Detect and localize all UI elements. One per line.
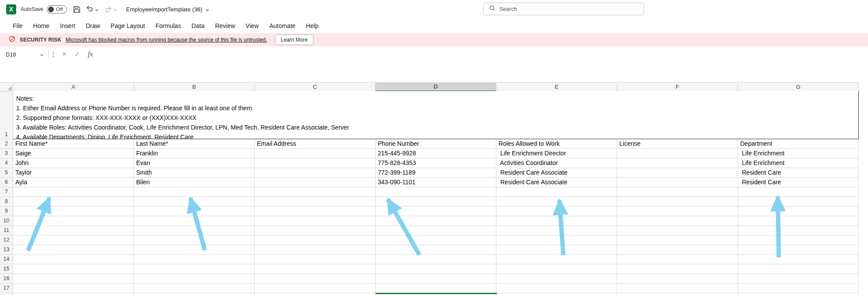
cell-B13[interactable] — [134, 245, 255, 255]
column-header-F[interactable]: F — [617, 83, 738, 91]
cell-B3[interactable]: Franklin — [134, 149, 255, 158]
select-all-corner[interactable] — [0, 83, 13, 91]
name-box[interactable]: D18 — [0, 51, 48, 58]
cell-G4[interactable]: Life Enrichment — [738, 158, 859, 168]
cell-F[interactable] — [617, 293, 738, 295]
row-header-10[interactable]: 10 — [0, 216, 13, 226]
cell-A2[interactable]: First Name* — [13, 139, 134, 149]
cell-E11[interactable] — [496, 226, 617, 235]
row-header-7[interactable]: 7 — [0, 187, 13, 197]
cell-C10[interactable] — [255, 216, 376, 226]
cell-C3[interactable] — [255, 149, 376, 158]
row-header-partial[interactable] — [0, 293, 13, 295]
cell-D17[interactable] — [376, 284, 496, 293]
cell-C16[interactable] — [255, 274, 376, 284]
cell-G11[interactable] — [738, 226, 859, 235]
cell-G6[interactable]: Resident Care — [738, 178, 859, 187]
cell-C2[interactable]: Email Address — [255, 139, 376, 149]
cell-F8[interactable] — [617, 197, 738, 207]
column-header-G[interactable]: G — [738, 83, 859, 91]
autosave-toggle[interactable]: Off — [47, 5, 67, 14]
menu-tab-file[interactable]: File — [7, 18, 28, 33]
cell-E5[interactable]: Resident Care Associate — [496, 168, 617, 178]
cell-E6[interactable]: Resident Care Associate — [496, 178, 617, 187]
cell-B[interactable] — [134, 293, 255, 295]
cell-E2[interactable]: Roles Allowed to Work — [496, 139, 617, 149]
cell-B15[interactable] — [134, 264, 255, 274]
cell-E17[interactable] — [496, 284, 617, 293]
row-header-8[interactable]: 8 — [0, 197, 13, 207]
cell-B2[interactable]: Last Name* — [134, 139, 255, 149]
row-header-12[interactable]: 12 — [0, 235, 13, 245]
cell-A14[interactable] — [13, 255, 134, 264]
cell-D2[interactable]: Phone Number — [376, 139, 496, 149]
cell-B8[interactable] — [134, 197, 255, 207]
cell-D16[interactable] — [376, 274, 496, 284]
cell-B16[interactable] — [134, 274, 255, 284]
cell-E4[interactable]: Activities Coordinator — [496, 158, 617, 168]
cell-G15[interactable] — [738, 264, 859, 274]
cell-B5[interactable]: Smith — [134, 168, 255, 178]
undo-button[interactable] — [86, 5, 99, 14]
row-header-6[interactable]: 6 — [0, 178, 13, 187]
cell-A1[interactable]: Notes:1. Either Email Address or Phone N… — [13, 91, 859, 139]
cell-E10[interactable] — [496, 216, 617, 226]
cell-G10[interactable] — [738, 216, 859, 226]
row-header-3[interactable]: 3 — [0, 149, 13, 158]
cell-D14[interactable] — [376, 255, 496, 264]
cell-A7[interactable] — [13, 187, 134, 197]
learn-more-button[interactable]: Learn More — [275, 35, 313, 45]
cell-C15[interactable] — [255, 264, 376, 274]
cell-A11[interactable] — [13, 226, 134, 235]
row-header-2[interactable]: 2 — [0, 139, 13, 149]
row-header-14[interactable]: 14 — [0, 255, 13, 264]
cell-F14[interactable] — [617, 255, 738, 264]
cell-G[interactable] — [738, 293, 859, 295]
cell-G12[interactable] — [738, 235, 859, 245]
row-header-1[interactable]: 1 — [0, 91, 13, 139]
cell-F2[interactable]: License — [617, 139, 738, 149]
menu-tab-data[interactable]: Data — [186, 18, 210, 33]
cell-C13[interactable] — [255, 245, 376, 255]
cell-B4[interactable]: Evan — [134, 158, 255, 168]
document-title[interactable]: EmployeeImportTemplate (36) — [126, 6, 209, 13]
formula-bar-handle-icon[interactable] — [53, 51, 54, 58]
search-box[interactable] — [483, 3, 644, 15]
cell-B17[interactable] — [134, 284, 255, 293]
cell-G17[interactable] — [738, 284, 859, 293]
cell-C14[interactable] — [255, 255, 376, 264]
cell-G5[interactable]: Resident Care — [738, 168, 859, 178]
cell-D6[interactable]: 343-090-1101 — [376, 178, 496, 187]
cell-A6[interactable]: Ayla — [13, 178, 134, 187]
cell-G7[interactable] — [738, 187, 859, 197]
cell-C6[interactable] — [255, 178, 376, 187]
row-header-11[interactable]: 11 — [0, 226, 13, 235]
row-header-4[interactable]: 4 — [0, 158, 13, 168]
cell-D7[interactable] — [376, 187, 496, 197]
cell-D15[interactable] — [376, 264, 496, 274]
cell-G16[interactable] — [738, 274, 859, 284]
cell-E12[interactable] — [496, 235, 617, 245]
undo-dropdown-icon[interactable] — [95, 5, 99, 13]
cell-F17[interactable] — [617, 284, 738, 293]
cell-A8[interactable] — [13, 197, 134, 207]
insert-function-icon[interactable]: fx — [88, 50, 93, 58]
formula-input[interactable] — [103, 51, 859, 58]
cell-G8[interactable] — [738, 197, 859, 207]
cell-E7[interactable] — [496, 187, 617, 197]
cell-B11[interactable] — [134, 226, 255, 235]
cancel-icon[interactable]: × — [62, 50, 67, 59]
redo-dropdown-icon[interactable] — [113, 5, 117, 13]
cell-C17[interactable] — [255, 284, 376, 293]
enter-icon[interactable]: ✓ — [74, 50, 80, 58]
cell-C[interactable] — [255, 293, 376, 295]
cell-G9[interactable] — [738, 207, 859, 216]
cell-D12[interactable] — [376, 235, 496, 245]
row-header-16[interactable]: 16 — [0, 274, 13, 284]
cell-A3[interactable]: Saige — [13, 149, 134, 158]
cell-E15[interactable] — [496, 264, 617, 274]
menu-tab-automate[interactable]: Automate — [264, 18, 301, 33]
cell-E16[interactable] — [496, 274, 617, 284]
menu-tab-formulas[interactable]: Formulas — [150, 18, 186, 33]
cell-F16[interactable] — [617, 274, 738, 284]
